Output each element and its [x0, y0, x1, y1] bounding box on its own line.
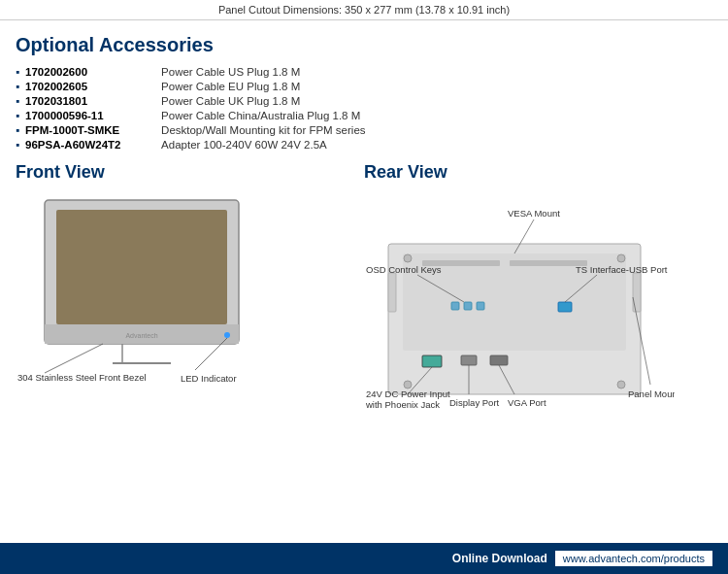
acc-desc: Power Cable UK Plug 1.8 M — [161, 95, 300, 107]
front-view-image: Advantech 304 Stainless Steel Front Beze… — [16, 190, 268, 404]
svg-rect-26 — [388, 273, 396, 312]
bullet-icon: ▪ — [16, 81, 19, 92]
acc-desc: Desktop/Wall Mounting kit for FPM series — [161, 124, 365, 136]
list-item: ▪ FPM-1000T-SMKE Desktop/Wall Mounting k… — [16, 124, 712, 136]
list-item: ▪ 1702002600 Power Cable US Plug 1.8 M — [16, 66, 712, 78]
rear-view-svg: VESA Mount OSD Control Keys TS Interface… — [364, 190, 675, 414]
svg-point-15 — [404, 254, 412, 262]
svg-text:304 Stainless Steel Front Beze: 304 Stainless Steel Front Bezel — [17, 372, 147, 383]
acc-code: 1700000596-11 — [25, 110, 161, 121]
svg-text:Advantech: Advantech — [125, 332, 157, 339]
svg-text:LED Indicator: LED Indicator — [181, 373, 237, 384]
svg-rect-25 — [477, 302, 484, 310]
footer-url: www.advantech.com/products — [555, 551, 712, 566]
panel-dimensions: Panel Cutout Dimensions: 350 x 277 mm (1… — [218, 4, 510, 16]
acc-code: 96PSA-A60W24T2 — [25, 139, 161, 151]
accessories-title: Optional Accessories — [16, 34, 712, 56]
svg-point-17 — [404, 381, 412, 388]
acc-desc: Adapter 100-240V 60W 24V 2.5A — [161, 139, 327, 151]
footer: Online Download www.advantech.com/produc… — [0, 543, 728, 574]
list-item: ▪ 1702002605 Power Cable EU Plug 1.8 M — [16, 81, 712, 92]
bullet-icon: ▪ — [16, 66, 19, 78]
acc-code: FPM-1000T-SMKE — [25, 124, 161, 136]
svg-rect-20 — [461, 355, 477, 365]
svg-rect-23 — [451, 302, 459, 310]
svg-line-7 — [45, 344, 103, 373]
svg-rect-21 — [490, 355, 508, 365]
acc-desc: Power Cable US Plug 1.8 M — [161, 66, 300, 78]
svg-text:24V DC Power Input: 24V DC Power Input — [366, 388, 450, 399]
svg-text:VGA Port: VGA Port — [508, 397, 546, 408]
bullet-icon: ▪ — [16, 110, 19, 121]
svg-point-4 — [224, 332, 230, 338]
top-bar: Panel Cutout Dimensions: 350 x 277 mm (1… — [0, 0, 728, 20]
front-view-svg: Advantech 304 Stainless Steel Front Beze… — [16, 190, 268, 385]
acc-desc: Power Cable China/Australia Plug 1.8 M — [161, 110, 360, 121]
acc-code: 1702002600 — [25, 66, 161, 78]
svg-text:with Phoenix Jack: with Phoenix Jack — [365, 399, 440, 410]
svg-rect-19 — [422, 355, 442, 367]
acc-code: 1702031801 — [25, 95, 161, 107]
rear-view-image: VESA Mount OSD Control Keys TS Interface… — [364, 190, 675, 414]
bullet-icon: ▪ — [16, 139, 19, 151]
list-item: ▪ 1700000596-11 Power Cable China/Austra… — [16, 110, 712, 121]
footer-label: Online Download — [452, 552, 547, 565]
svg-rect-22 — [558, 302, 572, 312]
acc-desc: Power Cable EU Plug 1.8 M — [161, 81, 300, 92]
svg-text:OSD Control Keys: OSD Control Keys — [366, 264, 442, 275]
list-item: ▪ 1702031801 Power Cable UK Plug 1.8 M — [16, 95, 712, 107]
front-view-title: Front View — [16, 162, 364, 183]
rear-view-section: Rear View — [364, 162, 712, 414]
svg-text:TS Interface-USB Port: TS Interface-USB Port — [576, 264, 668, 275]
svg-rect-27 — [633, 273, 641, 312]
svg-point-16 — [617, 254, 625, 262]
list-item: ▪ 96PSA-A60W24T2 Adapter 100-240V 60W 24… — [16, 139, 712, 151]
front-view-section: Front View Advantech — [16, 162, 364, 414]
acc-code: 1702002605 — [25, 81, 161, 92]
rear-view-title: Rear View — [364, 162, 712, 183]
views-section: Front View Advantech — [16, 162, 712, 414]
main-content: Optional Accessories ▪ 1702002600 Power … — [0, 20, 728, 422]
svg-text:VESA Mount: VESA Mount — [508, 208, 560, 219]
bullet-icon: ▪ — [16, 124, 19, 136]
svg-rect-24 — [464, 302, 472, 310]
svg-rect-1 — [56, 210, 227, 324]
svg-text:Panel Mount: Panel Mount — [628, 388, 675, 399]
accessories-list: ▪ 1702002600 Power Cable US Plug 1.8 M ▪… — [16, 66, 712, 151]
svg-text:Display Port: Display Port — [449, 397, 500, 408]
svg-point-18 — [617, 381, 625, 388]
bullet-icon: ▪ — [16, 95, 19, 107]
